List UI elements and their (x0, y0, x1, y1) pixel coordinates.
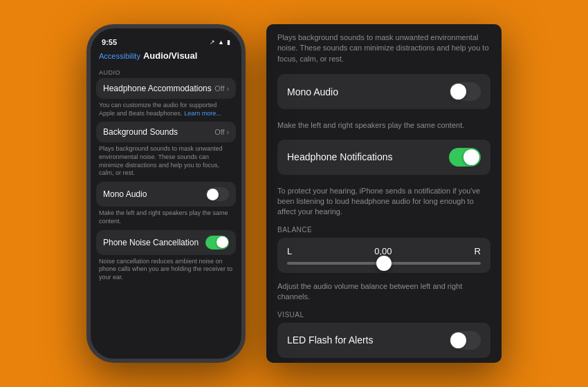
bg-row-right: Off › (214, 128, 229, 136)
phone-noise-toggle[interactable] (205, 236, 229, 249)
headphone-accommodations-row[interactable]: Headphone Accommodations Off › (96, 78, 236, 99)
background-sounds-value: Off (214, 128, 224, 136)
right-screen: Plays background sounds to mask unwanted… (266, 24, 502, 363)
flat-headphone-notif-row[interactable]: Headphone Notifications (277, 140, 490, 175)
nav-bar: Accessibility Audio/Visual (91, 49, 241, 65)
mono-audio-desc: Make the left and right speakers play th… (91, 207, 241, 229)
phone-noise-label: Phone Noise Cancellation (103, 238, 199, 247)
balance-slider-container: L 0,00 R (277, 238, 490, 273)
phone-noise-desc: Noise cancellation reduces ambient noise… (91, 255, 241, 286)
balance-section-label: BALANCE (277, 226, 490, 234)
flat-toggle-knob (450, 84, 466, 100)
mono-audio-group: Mono Audio (277, 74, 490, 109)
headphone-accommodations-value: Off (214, 84, 224, 93)
flat-mono-desc: Make the left and right speakers play th… (277, 116, 490, 139)
balance-slider-track[interactable] (287, 262, 481, 265)
phone-notch (138, 28, 194, 44)
flat-headphone-notif-label: Headphone Notifications (287, 151, 393, 162)
led-flash-knob (450, 332, 466, 348)
led-flash-toggle[interactable] (449, 331, 481, 350)
mono-audio-row[interactable]: Mono Audio (96, 182, 236, 207)
headphone-accommodations-label: Headphone Accommodations (103, 84, 212, 93)
headphone-notifications-group: Headphone Notifications (277, 140, 490, 175)
arrow-icon: ↗ (210, 39, 215, 46)
flat-mono-toggle[interactable] (449, 82, 481, 101)
status-time: 9:55 (102, 38, 117, 46)
settings-group-4: Phone Noise Cancellation (96, 230, 236, 255)
slider-value: 0,00 (374, 246, 392, 256)
slider-fill (287, 262, 384, 265)
audio-section-label: AUDIO (91, 65, 241, 78)
flat-mono-audio-row[interactable]: Mono Audio (277, 74, 490, 109)
slider-labels: L 0,00 R (287, 246, 481, 256)
bg-sounds-desc: Plays background sounds to mask unwanted… (91, 142, 241, 182)
phone-screen: 9:55 ↗ ▲ ▮ Accessibility Audio/Visual AU… (91, 28, 241, 359)
mono-audio-toggle[interactable] (205, 187, 229, 201)
learn-more-link[interactable]: Learn more... (184, 110, 221, 117)
slider-r-label: R (475, 246, 481, 256)
row-right: Off › (214, 84, 229, 93)
status-icons: ↗ ▲ ▮ (210, 39, 230, 46)
settings-group-1: Headphone Accommodations Off › (96, 78, 236, 99)
toggle-knob (207, 189, 219, 200)
phone-noise-row[interactable]: Phone Noise Cancellation (96, 230, 236, 255)
toggle-knob-2 (217, 236, 228, 248)
battery-icon: ▮ (227, 39, 230, 46)
led-flash-label: LED Flash for Alerts (287, 334, 374, 346)
flat-headphone-notif-knob (463, 149, 479, 165)
back-link[interactable]: Accessibility (99, 52, 140, 60)
background-sounds-row[interactable]: Background Sounds Off › (96, 122, 236, 142)
flat-headphone-notif-toggle[interactable] (449, 148, 481, 167)
visual-section-label: VISUAL (277, 311, 490, 319)
top-description: Plays background sounds to mask unwanted… (277, 32, 490, 64)
flat-content: Plays background sounds to mask unwanted… (266, 24, 502, 363)
headphone-desc: You can customize the audio for supporte… (91, 99, 241, 122)
page-title: Audio/Visual (143, 50, 198, 61)
settings-group-2: Background Sounds Off › (96, 122, 236, 142)
slider-l-label: L (287, 246, 292, 256)
chevron-icon-2: › (227, 129, 229, 136)
left-phone: 9:55 ↗ ▲ ▮ Accessibility Audio/Visual AU… (86, 24, 246, 363)
flat-mono-audio-label: Mono Audio (287, 86, 338, 97)
balance-desc: Adjust the audio volume balance between … (277, 277, 490, 311)
mono-audio-label: Mono Audio (103, 189, 147, 199)
slider-thumb[interactable] (376, 256, 392, 271)
flat-headphone-notif-desc: To protect your hearing, iPhone sends a … (277, 182, 490, 226)
settings-group-3: Mono Audio (96, 182, 236, 207)
led-flash-group: LED Flash for Alerts (277, 323, 490, 358)
chevron-icon: › (227, 85, 229, 93)
wifi-icon: ▲ (218, 39, 224, 46)
led-flash-row[interactable]: LED Flash for Alerts (277, 323, 490, 358)
settings-content: AUDIO Headphone Accommodations Off › You… (91, 65, 241, 286)
background-sounds-label: Background Sounds (103, 127, 178, 137)
